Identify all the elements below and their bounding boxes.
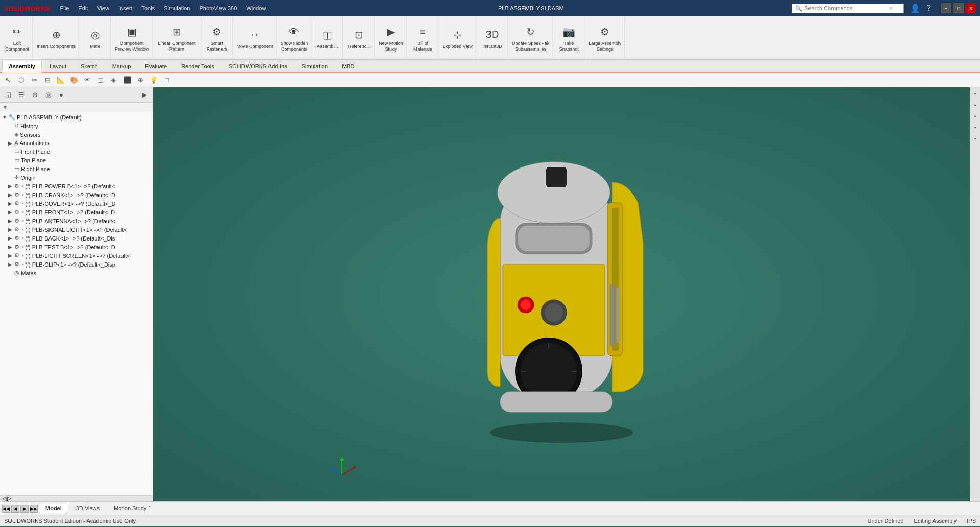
menu-item-edit[interactable]: Edit xyxy=(74,4,92,12)
tool-icon-transparent[interactable]: ◻ xyxy=(95,75,106,86)
tool-icon-appearance[interactable]: 🎨 xyxy=(68,75,80,86)
tree-item-history[interactable]: ↺History xyxy=(0,122,153,130)
bottom-tab-model[interactable]: Model xyxy=(39,504,68,513)
tool-icon-select[interactable]: ↖ xyxy=(2,75,13,86)
close-button[interactable]: ✕ xyxy=(966,3,976,13)
menu-item-view[interactable]: View xyxy=(93,4,113,12)
feature-tree-filter[interactable]: ▼ xyxy=(0,103,153,112)
toolbar-assembly[interactable]: ◫Assembl... xyxy=(312,17,343,58)
tree-item-plb-front[interactable]: ▶⚙⚬(f) PLB-FRONT<1> ->? (Default<_D xyxy=(0,208,153,217)
toolbar-instant3d[interactable]: 3DInstant3D xyxy=(477,17,508,58)
scroll-last-button[interactable]: ▶▶ xyxy=(30,505,38,513)
tool-icon-section[interactable]: ⊟ xyxy=(42,75,53,86)
tree-item-sensors[interactable]: ◈Sensors xyxy=(0,130,153,139)
bottom-tab-3d-views[interactable]: 3D Views xyxy=(69,504,106,513)
toolbar-show-hidden[interactable]: 👁Show Hidden Components xyxy=(278,17,312,58)
toolbar-bill-of-materials[interactable]: ≡Bill of Materials xyxy=(408,17,438,58)
ft-btn-arrow[interactable]: ▶ xyxy=(138,89,151,101)
svg-rect-5 xyxy=(546,167,567,187)
toolbar-component-preview[interactable]: ▣Component Preview Window xyxy=(112,17,153,58)
menu-item-simulation[interactable]: Simulation xyxy=(160,4,194,12)
tab-markup[interactable]: Markup xyxy=(106,61,138,71)
toolbar-mate[interactable]: ◎Mate xyxy=(80,17,111,58)
tool-icon-sketch[interactable]: ✏ xyxy=(29,75,40,86)
tab-evaluate[interactable]: Evaluate xyxy=(138,61,174,71)
bottom-tab-motion-study-1[interactable]: Motion Study 1 xyxy=(107,504,158,513)
toolbar-exploded-view[interactable]: ⊹Exploded View xyxy=(439,17,476,58)
tree-item-origin[interactable]: ✛Origin xyxy=(0,173,153,182)
tree-item-mates[interactable]: ◎Mates xyxy=(0,269,153,277)
tab-mbd[interactable]: MBD xyxy=(335,61,361,71)
ft-btn-tree[interactable]: ◱ xyxy=(2,89,14,101)
toolbar-edit-component[interactable]: ✏Edit Component xyxy=(2,17,33,58)
tool-icon-mate-ref[interactable]: ◈ xyxy=(108,75,119,86)
tree-item-right-plane[interactable]: ▭Right Plane xyxy=(0,164,153,173)
user-icon[interactable]: 👤 xyxy=(910,4,920,13)
root-expand[interactable]: ▼ xyxy=(2,114,8,120)
tree-item-plb-light-screen[interactable]: ▶⚙⚬(f) PLB-LIGHT SCREEN<1> ->? (Default< xyxy=(0,251,153,260)
minimize-button[interactable]: − xyxy=(941,3,951,13)
rs-icon-1[interactable]: ▪ xyxy=(971,89,979,98)
tree-item-plb-antenna[interactable]: ▶⚙⚬(f) PLB-ANTENNA<1> ->? (Default<: xyxy=(0,217,153,225)
scroll-left[interactable]: ◁ xyxy=(2,495,6,501)
rs-icon-5[interactable]: ▪ xyxy=(971,134,979,142)
ft-btn-mate[interactable]: ◎ xyxy=(42,89,54,101)
tab-sketch[interactable]: Sketch xyxy=(74,61,105,71)
scroll-right[interactable]: ▷ xyxy=(7,495,11,501)
tool-icon-measure[interactable]: 📐 xyxy=(55,75,66,86)
tree-item-top-plane[interactable]: ▭Top Plane xyxy=(0,156,153,164)
rs-icon-4[interactable]: ▪ xyxy=(971,123,979,131)
tree-item-plb-clip[interactable]: ▶⚙⚬(f) PLB-CLIP<1> ->? (Default<_Disp xyxy=(0,260,153,269)
rs-icon-2[interactable]: ▪ xyxy=(971,101,979,109)
search-dropdown-icon[interactable]: ▼ xyxy=(888,5,894,11)
linear-pattern-icon: ⊞ xyxy=(169,23,185,40)
tool-icon-flexible[interactable]: ⊕ xyxy=(135,75,146,86)
tool-icon-hide[interactable]: 👁 xyxy=(82,75,93,86)
tree-item-plb-crank[interactable]: ▶⚙⚬(f) PLB-CRANK<1> ->? (Default<_D xyxy=(0,190,153,199)
menu-item-window[interactable]: Window xyxy=(242,4,270,12)
search-input[interactable] xyxy=(804,5,886,11)
tool-icon-wireframe[interactable]: ⬡ xyxy=(15,75,27,86)
help-icon[interactable]: ? xyxy=(926,4,931,13)
3d-viewport[interactable] xyxy=(153,87,970,501)
toolbar-move-component[interactable]: ↔Move Component xyxy=(234,17,277,58)
toolbar-reference[interactable]: ⊡Referenc... xyxy=(344,17,375,58)
scroll-next-button[interactable]: ▶ xyxy=(20,505,29,513)
tree-item-plb-test-b[interactable]: ▶⚙⚬(f) PLB-TEST B<1> ->? (Default<_D xyxy=(0,243,153,251)
tree-item-plb-signal-light[interactable]: ▶⚙⚬(f) PLB-SIGNAL LIGHT<1> ->? (Default< xyxy=(0,225,153,234)
tab-layout[interactable]: Layout xyxy=(43,61,73,71)
toolbar-large-assembly[interactable]: ⚙Large Assembly Settings xyxy=(585,17,625,58)
tree-item-front-plane[interactable]: ▭Front Plane xyxy=(0,147,153,156)
scroll-first-button[interactable]: ◀◀ xyxy=(2,505,10,513)
toolbar-linear-pattern[interactable]: ⊞Linear Component Pattern xyxy=(154,17,201,58)
tool-icon-component-state[interactable]: ⬛ xyxy=(121,75,133,86)
toolbar-take-snapshot[interactable]: 📷Take Snapshot xyxy=(554,17,584,58)
menu-item-photoview-360[interactable]: PhotoView 360 xyxy=(195,4,241,12)
tree-item-annotations[interactable]: ▶AAnnotations xyxy=(0,139,153,147)
tab-render-tools[interactable]: Render Tools xyxy=(175,61,221,71)
ft-btn-add[interactable]: ⊕ xyxy=(29,89,41,101)
tree-item-plb-back[interactable]: ▶⚙⚬(f) PLB-BACK<1> ->? (Default<_Dis xyxy=(0,234,153,243)
ft-btn-list[interactable]: ☰ xyxy=(15,89,28,101)
rs-icon-3[interactable]: ▪ xyxy=(971,112,979,120)
tab-solidworks-addins[interactable]: SOLIDWORKS Add-Ins xyxy=(222,61,294,71)
menu-item-insert[interactable]: Insert xyxy=(114,4,137,12)
menu-item-tools[interactable]: Tools xyxy=(137,4,159,12)
tool-icon-light[interactable]: 💡 xyxy=(148,75,159,86)
maximize-button[interactable]: □ xyxy=(953,3,964,13)
tool-icon-view[interactable]: □ xyxy=(161,75,173,86)
tab-assembly[interactable]: Assembly xyxy=(2,61,42,73)
tab-simulation[interactable]: Simulation xyxy=(295,61,334,71)
tree-root[interactable]: ▼🔧PLB ASSEMBLY (Default) xyxy=(0,113,153,122)
toolbar-new-motion-study[interactable]: ▶New Motion Study xyxy=(376,17,407,58)
toolbar-smart-fasteners[interactable]: ⚙Smart Fasteners xyxy=(202,17,233,58)
feature-tree-scrollbar[interactable]: ◁ ▷ xyxy=(0,495,153,501)
tree-item-plb-cover[interactable]: ▶⚙⚬(f) PLB-COVER<1> ->? (Default<_D xyxy=(0,199,153,208)
scroll-prev-button[interactable]: ◀ xyxy=(11,505,19,513)
toolbar-update-speedpak[interactable]: ↻Update SpeedPak Subassemblies xyxy=(509,17,553,58)
search-box[interactable]: 🔍 ▼ xyxy=(792,4,904,13)
menu-item-file[interactable]: File xyxy=(56,4,74,12)
tree-item-plb-power-b[interactable]: ▶⚙⚬(f) PLB-POWER B<1> ->? (Default< xyxy=(0,182,153,190)
ft-btn-dot[interactable]: ● xyxy=(55,89,67,101)
toolbar-insert-components[interactable]: ⊕Insert Components xyxy=(34,17,79,58)
